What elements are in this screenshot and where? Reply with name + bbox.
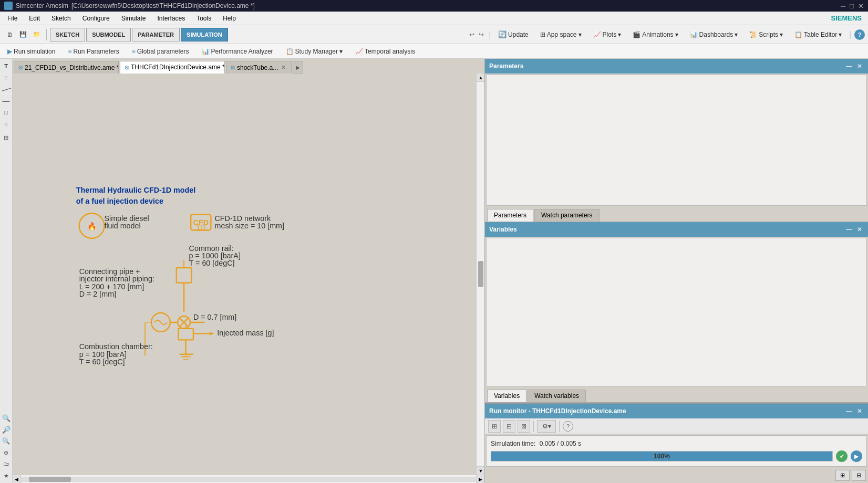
scripts-button[interactable]: 📜 Scripts ▾ [745,30,787,39]
params-minimize-btn[interactable]: — [845,62,853,70]
params-tab-row: Parameters Watch parameters [485,207,868,222]
bottom-btn-2[interactable]: ⊟ [852,470,866,481]
menu-simulate[interactable]: Simulate [116,14,151,23]
actionbar: ▶ Run simulation ≡ Run Parameters ≡ Glob… [0,44,868,59]
tab-thhcfd1d[interactable]: ⊠ THHCFd1DInjectionDevice.ame * ✕ [120,61,225,74]
run-parameters-button[interactable]: ≡ Run Parameters [64,45,123,58]
tab-21cfd1d[interactable]: ⊠ 21_CFD1D_vs_Distributive.ame * ✕ [14,61,119,74]
table-editor-button[interactable]: 📋 Table Editor ▾ [790,30,846,39]
update-button[interactable]: 🔄 Update [494,29,533,39]
main-area: T ≡ ╱ — □ ○ ⊞ 🔍 🔎 🔍 ⊕ 🗂 ★ ⊠ 21_CFD1D_vs_… [0,59,868,483]
left-tool-star[interactable]: ★ [1,470,12,481]
variables-close-btn[interactable]: ✕ [855,225,864,234]
menu-interfaces[interactable]: Interfaces [152,14,190,23]
toolbar: 🖹 💾 📁 SKETCH SUBMODEL PARAMETER SIMULATI… [0,25,868,44]
help-button[interactable]: ? [854,29,865,40]
performance-analyzer-button[interactable]: 📊 Performance Analyzer [198,45,277,58]
bottom-buttons: ⊞ ⊟ [485,468,868,483]
run-monitor-close-btn[interactable]: ✕ [855,407,864,415]
toolbar-icon-btn-2[interactable]: 💾 [17,28,29,41]
simulation-button[interactable]: SIMULATION [181,28,228,41]
hscroll-thumb [29,477,71,482]
global-parameters-button[interactable]: ≡ Global parameters [128,45,193,58]
menu-configure[interactable]: Configure [77,14,115,23]
left-tool-line-diag[interactable]: ╱ [0,82,14,97]
progress-play-btn[interactable]: ▶ [851,450,862,462]
plots-icon: 📈 [593,31,601,38]
rm-btn-dropdown[interactable]: ⚙▾ [537,420,556,433]
svg-text:Injected mass [g]: Injected mass [g] [217,329,274,337]
parameter-button[interactable]: PARAMETER [132,28,180,41]
right-panel: Parameters — ✕ Parameters Watch paramete… [484,59,868,483]
params-tab-watch[interactable]: Watch parameters [534,209,600,222]
tab-shocktube[interactable]: ⊠ shockTube.a... ✕ [226,61,292,74]
temporal-analysis-button[interactable]: 📈 Temporal analysis [351,45,419,58]
svg-text:T = 60 [degC]: T = 60 [degC] [189,259,235,267]
menu-file[interactable]: File [2,14,23,23]
rm-btn-3[interactable]: ⊠ [518,420,530,433]
params-tab-parameters[interactable]: Parameters [487,209,533,222]
maximize-button[interactable]: □ [850,2,854,10]
scroll-left-btn[interactable]: ◀ [13,475,21,484]
progress-check-btn[interactable]: ✔ [836,450,848,462]
left-tool-line[interactable]: — [1,96,12,106]
variables-panel-header: Variables — ✕ [485,222,868,237]
sketch-button[interactable]: SKETCH [50,28,85,41]
rm-btn-2[interactable]: ⊟ [503,420,515,433]
menu-sketch[interactable]: Sketch [46,14,76,23]
left-tool-rect[interactable]: □ [1,107,12,118]
params-close-btn[interactable]: ✕ [855,62,864,70]
run-monitor-content: Simulation time: 0.005 / 0.005 s 100% ✔ … [486,435,867,467]
left-tool-group[interactable]: ⊞ [1,132,12,143]
tab-bar: ⊠ 21_CFD1D_vs_Distributive.ame * ✕ ⊠ THH… [13,59,484,74]
svg-text:T = 60 [degC]: T = 60 [degC] [79,358,125,366]
left-tool-search-3[interactable]: 🔍 [1,436,12,446]
study-manager-button[interactable]: 📋 Study Manager ▾ [282,45,347,58]
scroll-right-btn[interactable]: ▶ [476,475,484,484]
redo-button[interactable]: ↪ [477,31,485,38]
dashboards-button[interactable]: 📊 Dashboards ▾ [686,30,742,39]
hscroll-track[interactable] [21,477,476,482]
svg-rect-31 [178,329,193,340]
variables-tab-watch[interactable]: Watch variables [528,390,586,402]
run-monitor-minimize-btn[interactable]: — [845,407,853,415]
toolbar-pipe-sep: | [489,30,491,39]
animations-icon: 🎬 [633,31,640,38]
diagram-svg: Thermal Hydraulic CFD-1D model of a fuel… [13,74,484,475]
progress-percent-label: 100% [654,453,670,460]
app-space-button[interactable]: ⊞ App space ▾ [536,30,586,39]
minimize-button[interactable]: ─ [841,2,845,10]
app-space-icon: ⊞ [540,31,545,38]
variables-tab-variables[interactable]: Variables [487,390,526,402]
menu-edit[interactable]: Edit [24,14,45,23]
left-tool-search-2[interactable]: 🔎 [1,424,12,435]
rm-btn-1[interactable]: ⊞ [488,420,501,433]
left-tool-ellipse[interactable]: ○ [1,119,12,129]
table-editor-dropdown-icon: ▾ [839,31,842,38]
tab-icon-2: ⊠ [125,65,129,70]
bottom-btn-1[interactable]: ⊞ [835,470,850,481]
tab-icon-1: ⊠ [18,65,23,70]
toolbar-icon-btn-1[interactable]: 🖹 [3,28,16,41]
menu-tools[interactable]: Tools [191,14,216,23]
menu-help[interactable]: Help [218,14,241,23]
left-tool-layers[interactable]: 🗂 [1,459,12,469]
toolbar-icon-btn-3[interactable]: 📁 [30,28,43,41]
left-tool-search-4[interactable]: ⊕ [1,447,12,458]
submodel-button[interactable]: SUBMODEL [86,28,131,41]
svg-text:Thermal Hydraulic CFD-1D model: Thermal Hydraulic CFD-1D model [76,186,195,194]
sim-time-row: Simulation time: 0.005 / 0.005 s [491,440,862,447]
diagram: ▲ ▼ Thermal Hydraulic CFD-1D model of a … [13,74,484,475]
tab-close-3[interactable]: ✕ [280,64,287,71]
left-tool-search-1[interactable]: 🔍 [1,413,12,423]
rm-help-btn[interactable]: ? [563,421,573,432]
close-button[interactable]: ✕ [858,2,864,10]
variables-minimize-btn[interactable]: — [845,225,853,234]
tab-scroll-right[interactable]: ▶ [293,61,303,74]
left-tool-text[interactable]: T [1,61,12,71]
svg-text:D = 0.7 [mm]: D = 0.7 [mm] [193,313,236,321]
run-simulation-button[interactable]: ▶ Run simulation [3,45,59,58]
animations-button[interactable]: 🎬 Animations ▾ [628,30,682,39]
undo-button[interactable]: ↩ [468,31,476,38]
plots-button[interactable]: 📈 Plots ▾ [589,30,626,39]
